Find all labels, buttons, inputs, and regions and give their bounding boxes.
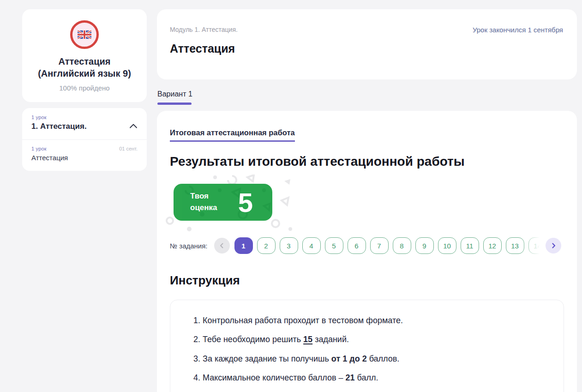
- tab-underline: [157, 103, 192, 105]
- page-buttons: 1234567891011121314: [234, 237, 543, 254]
- instruction-item: 3. За каждое задание ты получишь от 1 до…: [193, 353, 552, 364]
- grade-badge-area: Твоя оценка 5: [174, 184, 272, 221]
- lesson-status: Урок закончился 1 сентября: [473, 26, 563, 34]
- page-button-10[interactable]: 10: [438, 237, 456, 254]
- uk-flag-icon: [70, 20, 99, 49]
- module-card: 1 урок 1. Аттестация. 1 урок 01 сент. Ат…: [22, 108, 147, 171]
- sidebar: Аттестация (Английский язык 9) 100% прой…: [22, 9, 147, 171]
- breadcrumb: Модуль 1. Аттестация.: [170, 26, 238, 33]
- lesson-date: 01 сент.: [119, 146, 138, 151]
- page-button-4[interactable]: 4: [302, 237, 321, 254]
- next-page-button[interactable]: [546, 238, 561, 253]
- page-button-5[interactable]: 5: [325, 237, 343, 254]
- page-button-8[interactable]: 8: [393, 237, 411, 254]
- prev-page-button[interactable]: [214, 238, 230, 253]
- module-title: 1. Аттестация.: [31, 122, 87, 131]
- page-button-13[interactable]: 13: [506, 237, 524, 254]
- course-progress: 100% пройдено: [30, 84, 138, 92]
- grade-value: 5: [238, 187, 253, 218]
- instructions-box: 1. Контрольная работа проходит в тестово…: [170, 300, 564, 392]
- module-header[interactable]: 1 урок 1. Аттестация.: [22, 108, 147, 140]
- chevron-right-icon: [550, 242, 557, 249]
- sidebar-lesson-item[interactable]: 1 урок 01 сент. Аттестация: [22, 140, 147, 171]
- lesson-lessons-count: 1 урок: [31, 146, 47, 151]
- grade-badge: Твоя оценка 5: [174, 184, 272, 221]
- page-button-2[interactable]: 2: [257, 237, 276, 254]
- main-content: Модуль 1. Аттестация. Урок закончился 1 …: [157, 9, 577, 392]
- page-button-9[interactable]: 9: [415, 237, 434, 254]
- tab-variant-1[interactable]: Вариант 1: [157, 90, 192, 105]
- module-lessons-count: 1 урок: [31, 115, 138, 120]
- page-button-7[interactable]: 7: [370, 237, 389, 254]
- chevron-up-icon[interactable]: [129, 122, 138, 131]
- pagination-label: № задания:: [170, 242, 208, 250]
- task-pagination: № задания: 1234567891011121314: [170, 237, 564, 254]
- instruction-item: 4. Максимальное количество баллов – 21 б…: [193, 372, 552, 383]
- grade-label: Твоя оценка: [190, 191, 217, 213]
- results-heading: Результаты итоговой аттестационной работ…: [170, 154, 564, 169]
- content-card: Итоговая аттестационная работа Результат…: [157, 111, 577, 392]
- tab-label: Вариант 1: [157, 90, 192, 98]
- section-link[interactable]: Итоговая аттестационная работа: [170, 128, 295, 142]
- instructions-heading: Инструкция: [170, 273, 564, 288]
- course-title: Аттестация (Английский язык 9): [30, 55, 138, 80]
- chevron-left-icon: [218, 242, 226, 249]
- page-button-12[interactable]: 12: [483, 237, 502, 254]
- page-button-3[interactable]: 3: [280, 237, 298, 254]
- page-button-11[interactable]: 11: [461, 237, 479, 254]
- page-button-1[interactable]: 1: [234, 237, 253, 254]
- instruction-item: 1. Контрольная работа проходит в тестово…: [193, 315, 552, 326]
- page-button-14[interactable]: 14: [528, 237, 543, 254]
- page-title: Аттестация: [170, 42, 563, 55]
- course-card: Аттестация (Английский язык 9) 100% прой…: [22, 9, 147, 102]
- lesson-title: Аттестация: [31, 154, 138, 162]
- lesson-header-card: Модуль 1. Аттестация. Урок закончился 1 …: [157, 9, 577, 79]
- instruction-item: 2. Тебе необходимо решить 15 заданий.: [193, 334, 552, 345]
- lesson-page: Аттестация (Английский язык 9) 100% прой…: [0, 0, 582, 392]
- page-button-6[interactable]: 6: [348, 237, 366, 254]
